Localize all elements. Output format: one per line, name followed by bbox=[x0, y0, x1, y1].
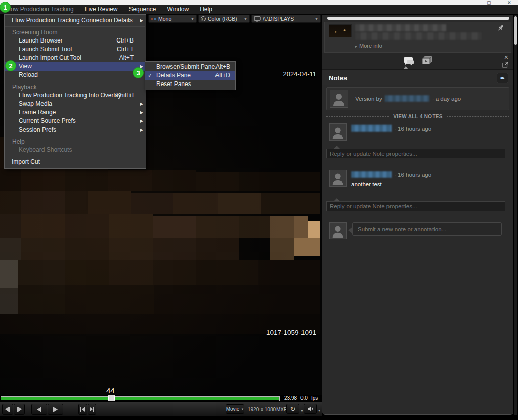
submenu-arrow-icon: ▶ bbox=[140, 117, 143, 125]
go-to-end-icon bbox=[89, 407, 95, 412]
step-back-button[interactable] bbox=[2, 404, 13, 415]
menu-separator bbox=[5, 25, 146, 28]
menu-item-label: Swap Media bbox=[19, 100, 52, 107]
undock-pane-icon[interactable] bbox=[502, 62, 508, 68]
menu-item-keyboard-shortcuts[interactable]: Keyboard Shortcuts bbox=[5, 146, 146, 154]
movie-mode-label: Movie bbox=[226, 406, 240, 412]
menu-item-view[interactable]: View ▶ bbox=[5, 62, 146, 71]
pin-icon[interactable] bbox=[497, 24, 505, 32]
menu-live-review[interactable]: Live Review bbox=[79, 5, 123, 14]
channel-select-dropdown[interactable]: Mono ▼ bbox=[148, 15, 197, 23]
current-frame-number: 44 bbox=[106, 386, 115, 395]
chevron-down-icon: ▼ bbox=[315, 17, 318, 21]
panel-tabs: × bbox=[322, 53, 513, 69]
submenu-item-shortcut: Alt+D bbox=[215, 71, 230, 80]
avatar bbox=[329, 222, 347, 239]
menu-item-shortcut: Ctrl+B bbox=[116, 36, 134, 45]
versions-tab-icon[interactable] bbox=[421, 56, 434, 66]
reply-input[interactable] bbox=[326, 201, 505, 211]
menu-item-label: Launch Import Cut Tool bbox=[19, 54, 81, 61]
version-thumbnail[interactable] bbox=[329, 24, 352, 37]
display-select-label: \\.\DISPLAYS bbox=[263, 16, 294, 22]
submenu-arrow-icon: ▶ bbox=[140, 108, 143, 117]
menu-item-session-prefs[interactable]: Session Prefs ▶ bbox=[5, 125, 146, 134]
timeline[interactable]: 44 23.980.0fps bbox=[0, 395, 322, 402]
submenu-item-browser-submit-pane[interactable]: Browser/Submit Pane Alt+B bbox=[145, 63, 235, 71]
panel-horizontal-scrollbar[interactable] bbox=[327, 17, 509, 20]
playback-controlbar: Movie ▼ 1920 x 1080 MXF ↻ ▼ ▼ bbox=[0, 402, 322, 416]
close-pane-icon[interactable]: × bbox=[504, 53, 508, 61]
menu-item-frame-range[interactable]: Frame Range ▶ bbox=[5, 108, 146, 117]
redacted-author-name[interactable] bbox=[351, 125, 392, 132]
monitor-icon bbox=[254, 16, 261, 22]
menu-item-connection-details[interactable]: Flow Production Tracking Connection Deta… bbox=[5, 16, 146, 25]
menu-item-import-cut[interactable]: Import Cut bbox=[5, 158, 146, 166]
notes-title: Notes bbox=[329, 74, 347, 82]
new-note-input[interactable] bbox=[352, 222, 502, 236]
menu-flow-production-tracking[interactable]: Flow Production Tracking bbox=[0, 5, 79, 14]
display-select-dropdown[interactable]: \\.\DISPLAYS ▼ bbox=[251, 15, 321, 23]
color-mode-dropdown[interactable]: C Color (RGB) ▼ bbox=[198, 15, 250, 23]
media-format: MXF bbox=[276, 407, 287, 412]
version-note-card[interactable]: Version by · a day ago bbox=[326, 87, 509, 110]
note-item: · 16 hours ago bbox=[322, 122, 513, 144]
menu-item-shortcut: Alt+T bbox=[119, 54, 134, 62]
speaker-icon bbox=[307, 406, 314, 412]
mono-red-dot-icon bbox=[151, 18, 153, 20]
play-reverse-icon bbox=[36, 407, 42, 412]
annotation-step-2: 2 bbox=[5, 60, 16, 71]
reply-input[interactable] bbox=[326, 149, 505, 158]
media-info-card: ▸More info bbox=[324, 22, 511, 53]
menu-sequence[interactable]: Sequence bbox=[123, 5, 161, 14]
fps-rate: 23.98 bbox=[284, 395, 297, 401]
menu-item-launch-import-cut-tool[interactable]: Launch Import Cut Tool Alt+T bbox=[5, 54, 146, 62]
close-window-icon[interactable]: ✕ bbox=[507, 1, 511, 5]
fps-readout: 23.980.0fps bbox=[284, 395, 321, 401]
movie-mode-dropdown[interactable]: Movie ▼ bbox=[226, 404, 244, 414]
submenu-arrow-icon: ▶ bbox=[140, 16, 143, 25]
note-content: another test bbox=[351, 181, 382, 187]
redacted-author-name[interactable] bbox=[351, 171, 392, 178]
loop-mode-button[interactable]: ↻ bbox=[286, 404, 299, 414]
menu-item-info-overlay[interactable]: Flow Production Tracking Info Overlay Sh… bbox=[5, 91, 146, 100]
restore-window-icon[interactable]: ▢ bbox=[487, 1, 491, 5]
overlay-date: 2024-04-11 bbox=[283, 70, 316, 78]
submenu-item-label: Reset Panes bbox=[156, 80, 191, 88]
timeline-playhead[interactable] bbox=[108, 395, 115, 401]
timeline-range-bar[interactable] bbox=[1, 396, 279, 400]
step-forward-button[interactable] bbox=[14, 404, 25, 415]
submenu-item-reset-panes[interactable]: Reset Panes bbox=[145, 80, 235, 89]
scrollbar-thumb[interactable] bbox=[514, 16, 517, 45]
view-all-notes[interactable]: VIEW ALL 4 NOTES bbox=[326, 114, 509, 119]
play-reverse-button[interactable] bbox=[31, 404, 47, 415]
menu-item-launch-browser[interactable]: Launch Browser Ctrl+B bbox=[5, 36, 146, 45]
volume-button[interactable] bbox=[304, 404, 317, 414]
step-forward-icon bbox=[16, 407, 22, 412]
submenu-item-label: Details Pane bbox=[156, 72, 191, 79]
go-to-start-button[interactable] bbox=[78, 404, 87, 415]
menu-section-playback: Playback bbox=[5, 83, 146, 91]
play-forward-button[interactable] bbox=[48, 404, 63, 415]
more-info-toggle[interactable]: ▸More info bbox=[355, 43, 382, 49]
menu-section-screening-room: Screening Room bbox=[5, 28, 146, 36]
menu-item-current-source-prefs[interactable]: Current Source Prefs ▶ bbox=[5, 117, 146, 125]
menu-item-launch-submit-tool[interactable]: Launch Submit Tool Ctrl+T bbox=[5, 45, 146, 54]
divider bbox=[325, 163, 510, 163]
chevron-down-icon: ▼ bbox=[244, 17, 247, 21]
menu-help[interactable]: Help bbox=[194, 5, 218, 14]
menu-window[interactable]: Window bbox=[161, 5, 194, 14]
menu-item-swap-media[interactable]: Swap Media ▶ bbox=[5, 100, 146, 108]
notes-tab-icon[interactable] bbox=[402, 56, 415, 66]
timeline-end-marker bbox=[279, 396, 280, 401]
go-to-end-button[interactable] bbox=[88, 404, 96, 415]
note-byline: · 16 hours ago bbox=[351, 125, 431, 132]
menu-item-reload[interactable]: Reload bbox=[5, 71, 146, 79]
volume-chevron-icon[interactable]: ▼ bbox=[318, 409, 321, 412]
notes-header: Notes ✒ bbox=[322, 69, 513, 85]
menu-item-shortcut: Ctrl+T bbox=[117, 45, 134, 54]
annotation-pen-button[interactable]: ✒ bbox=[497, 73, 508, 83]
submenu-item-details-pane[interactable]: ✓ Details Pane Alt+D bbox=[145, 71, 235, 80]
panel-vertical-scrollbar[interactable] bbox=[514, 15, 517, 415]
divider bbox=[447, 116, 509, 117]
menu-item-label: Launch Browser bbox=[19, 37, 63, 44]
